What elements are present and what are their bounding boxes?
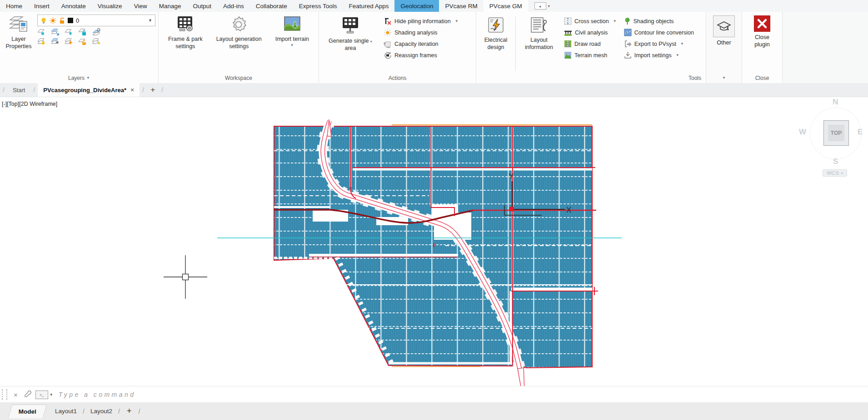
import-settings-label: Import settings	[634, 52, 672, 59]
hide-piling-icon	[384, 17, 392, 25]
tab-separator: /	[140, 86, 147, 94]
other-label: Other	[717, 40, 731, 46]
layout-generation-settings-button[interactable]: Layout generation settings	[215, 15, 264, 73]
chevron-down-icon[interactable]: ▼	[50, 393, 53, 397]
layer-properties-button[interactable]: Layer Properties	[3, 15, 35, 73]
tab-separator: /	[134, 408, 144, 415]
panel-layers: Layer Properties 0	[0, 12, 159, 83]
layer-select[interactable]: 0 ▼	[37, 15, 155, 26]
layer-isolate-icon[interactable]	[37, 28, 46, 36]
cross-section-button[interactable]: Cross section ▼	[564, 15, 617, 27]
electrical-design-button[interactable]: Electrical design	[479, 15, 513, 73]
export-icon	[624, 40, 632, 48]
draw-road-button[interactable]: Draw road	[564, 38, 617, 49]
layer-lock-icon[interactable]	[78, 28, 87, 36]
capacity-iteration-button[interactable]: Capacity iteration	[384, 38, 459, 49]
civil-analysis-button[interactable]: Civil analysis	[564, 27, 617, 38]
viewcube-south[interactable]: S	[833, 157, 838, 166]
draw-road-label: Draw road	[574, 41, 601, 47]
export-to-pvsyst-button[interactable]: Export to PVsyst ▼	[624, 38, 694, 49]
customize-wrench-icon[interactable]	[20, 390, 35, 400]
command-bar-close-icon[interactable]: ×	[11, 391, 20, 399]
layout-tab-layout1[interactable]: Layout1	[53, 408, 79, 415]
file-tab-start[interactable]: Start	[7, 83, 30, 97]
layout-tab-model[interactable]: Model	[8, 405, 47, 418]
chevron-down-icon: ▼	[680, 42, 684, 46]
generate-single-area-label-1: Generate single ▾	[329, 38, 372, 45]
layer-unlock2-icon[interactable]	[78, 38, 87, 45]
frame-park-settings-button[interactable]: Frame & park settings	[166, 15, 205, 73]
shading-analysis-label: Shading analysis	[394, 30, 438, 36]
close-tab-icon[interactable]: ×	[130, 86, 134, 94]
viewport-controls-label[interactable]: [-][Top][2D Wireframe]	[2, 101, 57, 107]
panel-caption-workspace: Workspace	[159, 73, 319, 83]
viewcube-north[interactable]: N	[833, 98, 838, 107]
layer-freeze-icon[interactable]	[65, 28, 74, 36]
viewcube-west[interactable]: W	[799, 128, 806, 137]
other-button[interactable]	[713, 15, 735, 37]
layers-caption-label: Layers	[68, 75, 85, 81]
draw-road-icon	[564, 40, 572, 48]
tab-annotate[interactable]: Annotate	[55, 0, 92, 12]
wcs-selector[interactable]: WCS ▾	[823, 169, 847, 177]
tab-insert[interactable]: Insert	[28, 0, 55, 12]
viewcube-east[interactable]: E	[858, 128, 863, 137]
reassign-frames-button[interactable]: Reassign frames	[384, 49, 459, 61]
contour-line-conversion-button[interactable]: Contour line conversion	[624, 27, 694, 38]
layer-settings-icon[interactable]	[92, 28, 102, 36]
layer-unisolate-icon[interactable]	[51, 28, 60, 36]
tab-geolocation[interactable]: Geolocation	[394, 0, 439, 12]
tab-add-ins[interactable]: Add-ins	[217, 0, 250, 12]
graduation-cap-icon	[716, 20, 732, 33]
tab-collaborate[interactable]: Collaborate	[250, 0, 293, 12]
ribbon-minimize-button[interactable]: ▲	[534, 2, 546, 10]
generate-single-area-button[interactable]: Generate single ▾ area	[322, 15, 379, 73]
file-tab-active-drawing[interactable]: PVcasegrouping_DivideArea* ×	[38, 83, 140, 97]
tab-manage[interactable]: Manage	[153, 0, 187, 12]
contour-line-conversion-icon	[624, 29, 632, 36]
tab-output[interactable]: Output	[187, 0, 217, 12]
tab-pvcase-gm[interactable]: PVcase GM	[484, 0, 528, 12]
tab-separator: /	[79, 408, 89, 415]
panel-caption-tools: Tools	[476, 73, 706, 83]
panel-close: Closeplugin Close	[742, 12, 783, 83]
layout-tab-layout2[interactable]: Layout2	[89, 408, 114, 415]
tab-home[interactable]: Home	[0, 0, 28, 12]
layer-thaw-icon[interactable]	[51, 38, 60, 45]
layout-information-label-1: Layout	[530, 37, 548, 44]
file-tab-bar: / Start / PVcasegrouping_DivideArea* × /…	[0, 83, 868, 97]
viewcube-top-label: TOP	[828, 125, 844, 141]
ribbon-minimize-caret[interactable]: ▾	[548, 4, 550, 8]
import-settings-button[interactable]: Import settings ▼	[624, 49, 694, 61]
new-layout-button[interactable]: +	[124, 406, 135, 416]
tab-pvcase-rm[interactable]: PVcase RM	[439, 0, 483, 12]
svg-text:Y: Y	[509, 172, 514, 181]
tab-express-tools[interactable]: Express Tools	[293, 0, 343, 12]
command-input[interactable]: Type a command	[59, 391, 136, 398]
tab-visualize[interactable]: Visualize	[92, 0, 128, 12]
layer-on-off-icon[interactable]	[37, 38, 46, 45]
other-panel-expander[interactable]: ▼	[706, 73, 742, 83]
import-terrain-button[interactable]: Import terrain ▼	[274, 15, 311, 73]
recent-commands-icon[interactable]: >_	[35, 390, 48, 399]
command-bar-drag-handle[interactable]	[2, 389, 7, 400]
tab-separator: /	[159, 86, 166, 94]
hide-piling-information-button[interactable]: Hide piling information ▼	[384, 15, 459, 27]
layer-merge-icon[interactable]	[92, 38, 102, 45]
tab-featured-apps[interactable]: Featured Apps	[343, 0, 395, 12]
electrical-design-label-1: Electrical	[484, 37, 508, 44]
layer-thaw-all-icon[interactable]	[65, 38, 74, 45]
layout-information-button[interactable]: Layout information	[519, 15, 559, 73]
new-drawing-tab-button[interactable]: +	[147, 85, 159, 94]
reassign-frames-label: Reassign frames	[394, 52, 437, 59]
layout-tab-bar: Model Layout1 / Layout2 / + /	[0, 402, 868, 420]
viewcube-top-face[interactable]: TOP	[823, 120, 849, 146]
terrain-mesh-button[interactable]: Terrain mesh	[564, 49, 617, 61]
close-plugin-button[interactable]	[754, 15, 770, 32]
tab-view[interactable]: View	[128, 0, 153, 12]
shading-analysis-button[interactable]: Shading analysis	[384, 27, 459, 38]
contour-line-conversion-label: Contour line conversion	[634, 30, 694, 36]
shading-objects-button[interactable]: Shading objects	[624, 15, 694, 27]
panel-caption-layers[interactable]: Layers ▼	[0, 73, 158, 83]
chevron-down-icon: ▾	[841, 171, 843, 175]
